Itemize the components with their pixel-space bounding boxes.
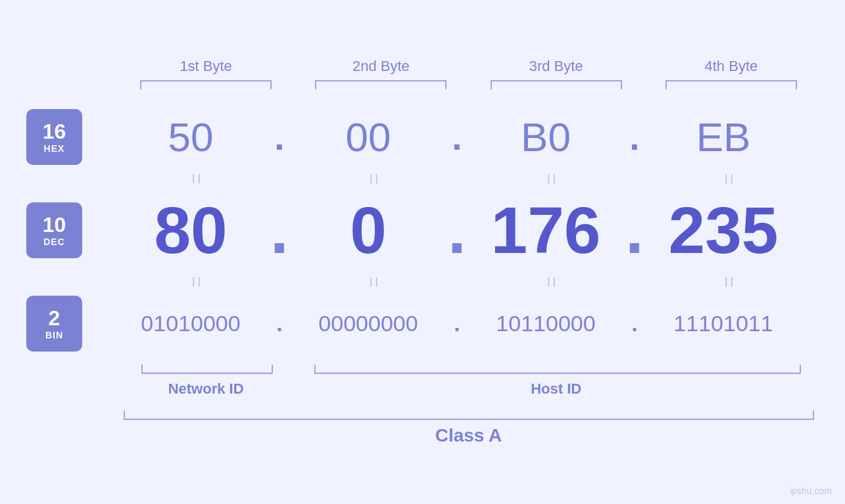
dec-dot-2: . — [444, 193, 470, 268]
byte-header-1: 1st Byte — [118, 58, 293, 75]
host-bracket-wrapper — [296, 365, 819, 374]
network-bracket-wrapper — [118, 365, 296, 374]
hex-value-1: 50 — [115, 114, 266, 160]
bin-value-4: 11101011 — [648, 311, 799, 336]
hex-dot-1: . — [266, 116, 293, 158]
main-container: 1st Byte 2nd Byte 3rd Byte 4th Byte 16 H… — [0, 0, 845, 504]
bracket-bottom-host — [314, 365, 801, 374]
bin-dot-1: . — [266, 311, 293, 336]
dec-base-number: 10 — [43, 214, 66, 237]
bracket-top-4 — [644, 80, 819, 89]
network-id-label: Network ID — [118, 380, 293, 398]
hex-base-number: 16 — [43, 120, 66, 143]
eq-2-4: II — [641, 273, 819, 290]
bracket-top-3 — [469, 80, 644, 89]
bin-value-2: 00000000 — [293, 311, 444, 336]
eq-1-4: II — [641, 170, 819, 187]
bracket-top-1 — [118, 80, 293, 89]
bottom-section: Network ID Host ID — [26, 365, 819, 398]
equals-row-2: II II II II — [26, 273, 819, 290]
hex-dot-2: . — [444, 116, 470, 158]
hex-dot-3: . — [621, 116, 648, 158]
byte-headers-row: 1st Byte 2nd Byte 3rd Byte 4th Byte — [26, 58, 819, 75]
dec-row: 10 DEC 80 . 0 . 176 . 235 — [26, 193, 819, 268]
hex-row: 16 HEX 50 . 00 . B0 . EB — [26, 109, 819, 165]
bracket-top-2 — [293, 80, 468, 89]
equals-row-1: II II II II — [26, 170, 819, 187]
watermark: ipshu.com — [790, 486, 832, 496]
bottom-labels-row: Network ID Host ID — [118, 380, 819, 398]
byte-header-4: 4th Byte — [644, 58, 819, 75]
bin-dot-2: . — [444, 311, 470, 336]
hex-base-label: HEX — [44, 143, 65, 154]
class-bar: Class A — [26, 411, 819, 446]
eq-2-3: II — [464, 273, 641, 290]
top-brackets-row — [26, 80, 819, 89]
eq-1-2: II — [286, 170, 464, 187]
dec-value-1: 80 — [115, 193, 266, 268]
bin-base-label: BIN — [45, 330, 63, 340]
dec-values: 80 . 0 . 176 . 235 — [95, 193, 819, 268]
dec-value-4: 235 — [648, 193, 799, 268]
hex-values: 50 . 00 . B0 . EB — [95, 114, 819, 160]
byte-header-2: 2nd Byte — [293, 58, 468, 75]
bracket-bottom-network — [141, 365, 273, 374]
eq-2-2: II — [286, 273, 464, 290]
bin-base-number: 2 — [49, 307, 60, 330]
dec-base-label: DEC — [43, 237, 65, 247]
eq-2-1: II — [109, 273, 286, 290]
dec-dot-1: . — [266, 193, 293, 268]
byte-header-3: 3rd Byte — [469, 58, 644, 75]
class-label: Class A — [435, 425, 502, 446]
eq-1-3: II — [464, 170, 641, 187]
hex-value-2: 00 — [293, 114, 444, 160]
hex-value-4: EB — [648, 114, 799, 160]
hex-value-3: B0 — [470, 114, 621, 160]
dec-dot-3: . — [621, 193, 648, 268]
bin-value-1: 01010000 — [115, 311, 266, 336]
bin-value-3: 10110000 — [470, 311, 621, 336]
class-bracket — [124, 411, 814, 420]
bin-row: 2 BIN 01010000 . 00000000 . 10110000 . 1… — [26, 296, 819, 352]
bin-badge: 2 BIN — [26, 296, 82, 352]
bottom-brackets-row — [118, 365, 819, 374]
dec-value-3: 176 — [470, 193, 621, 268]
eq-1-1: II — [109, 170, 286, 187]
hex-badge: 16 HEX — [26, 109, 82, 165]
bin-values: 01010000 . 00000000 . 10110000 . 1110101… — [95, 311, 819, 336]
dec-value-2: 0 — [293, 193, 444, 268]
host-id-label: Host ID — [293, 380, 819, 398]
bin-dot-3: . — [621, 311, 648, 336]
dec-badge: 10 DEC — [26, 202, 82, 258]
